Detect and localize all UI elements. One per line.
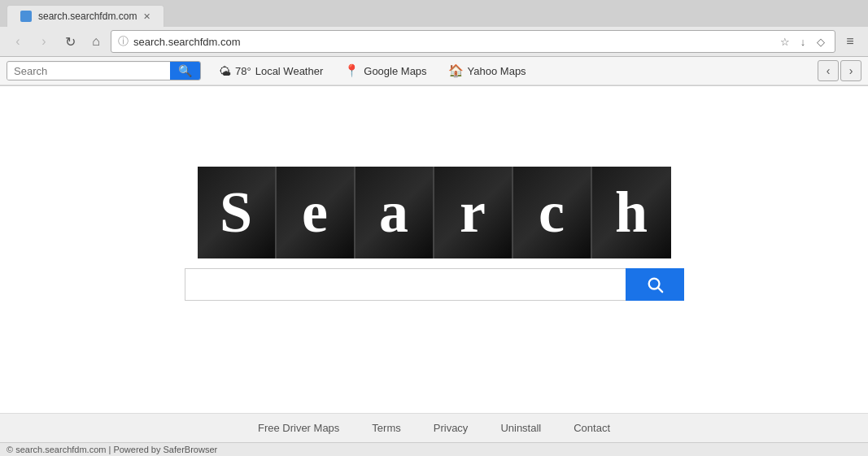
tile-s: S <box>198 167 277 258</box>
footer-terms[interactable]: Terms <box>372 422 400 434</box>
footer-contact[interactable]: Contact <box>574 422 610 434</box>
toolbar: 🔍 🌤 78° Local Weather 📍 Google Maps 🏠 Ya… <box>0 57 868 85</box>
info-icon: ⓘ <box>118 34 129 49</box>
status-text: © search.searchfdm.com | Powered by Safe… <box>7 445 217 454</box>
address-bar[interactable]: ⓘ ☆ ↓ ◇ <box>111 30 835 53</box>
svg-line-1 <box>658 288 662 292</box>
toolbar-next-button[interactable]: › <box>840 60 861 81</box>
main-search-input[interactable] <box>185 268 626 301</box>
reload-button[interactable]: ↻ <box>59 30 81 53</box>
tile-a: a <box>355 167 434 258</box>
footer-free-driver-maps[interactable]: Free Driver Maps <box>258 422 339 434</box>
download-icon[interactable]: ↓ <box>796 34 810 49</box>
yahoo-label: Yahoo Maps <box>468 65 526 77</box>
menu-button[interactable]: ≡ <box>839 30 861 53</box>
tab-title: search.searchfdm.com <box>38 11 137 22</box>
toolbar-google-maps[interactable]: 📍 Google Maps <box>334 61 436 80</box>
toolbar-search-button[interactable]: 🔍 <box>170 62 200 80</box>
weather-temp: 78° <box>235 65 251 77</box>
tab-favicon <box>20 11 32 22</box>
address-bar-icons: ☆ ↓ ◇ <box>778 34 828 49</box>
tile-e: e <box>277 167 355 258</box>
home-button[interactable]: ⌂ <box>85 30 107 53</box>
tile-r: r <box>434 167 513 258</box>
weather-icon: 🌤 <box>219 64 231 78</box>
status-bar: © search.searchfdm.com | Powered by Safe… <box>0 442 868 456</box>
search-logo: S e a r c h <box>198 167 671 258</box>
tile-c: c <box>513 167 592 258</box>
pocket-icon[interactable]: ◇ <box>813 34 828 49</box>
search-icon <box>646 276 664 293</box>
address-input[interactable] <box>133 36 773 48</box>
footer-uninstall[interactable]: Uninstall <box>500 422 541 434</box>
main-search-button[interactable] <box>626 268 684 301</box>
tile-h: h <box>592 167 671 258</box>
toolbar-weather[interactable]: 🌤 78° Local Weather <box>209 62 333 80</box>
footer-privacy[interactable]: Privacy <box>434 422 469 434</box>
active-tab[interactable]: search.searchfdm.com ✕ <box>7 5 164 27</box>
main-search-wrap <box>185 268 684 301</box>
forward-button[interactable]: › <box>33 30 55 53</box>
toolbar-search-input[interactable] <box>7 63 170 80</box>
weather-label: Local Weather <box>255 65 324 77</box>
maps-label: Google Maps <box>364 65 426 77</box>
footer: Free Driver Maps Terms Privacy Uninstall… <box>0 413 868 442</box>
toolbar-nav-buttons: ‹ › <box>818 60 861 81</box>
toolbar-prev-button[interactable]: ‹ <box>818 60 839 81</box>
page-content: S e a r c h <box>0 86 868 413</box>
back-button[interactable]: ‹ <box>7 30 29 53</box>
toolbar-search-wrap: 🔍 <box>7 61 201 80</box>
nav-bar: ‹ › ↻ ⌂ ⓘ ☆ ↓ ◇ ≡ <box>0 27 868 57</box>
maps-icon: 📍 <box>344 63 360 78</box>
tab-close-button[interactable]: ✕ <box>143 11 150 22</box>
bookmark-icon[interactable]: ☆ <box>778 34 792 49</box>
tab-bar: search.searchfdm.com ✕ <box>0 0 868 27</box>
toolbar-yahoo-maps[interactable]: 🏠 Yahoo Maps <box>438 61 536 80</box>
yahoo-icon: 🏠 <box>448 63 464 78</box>
